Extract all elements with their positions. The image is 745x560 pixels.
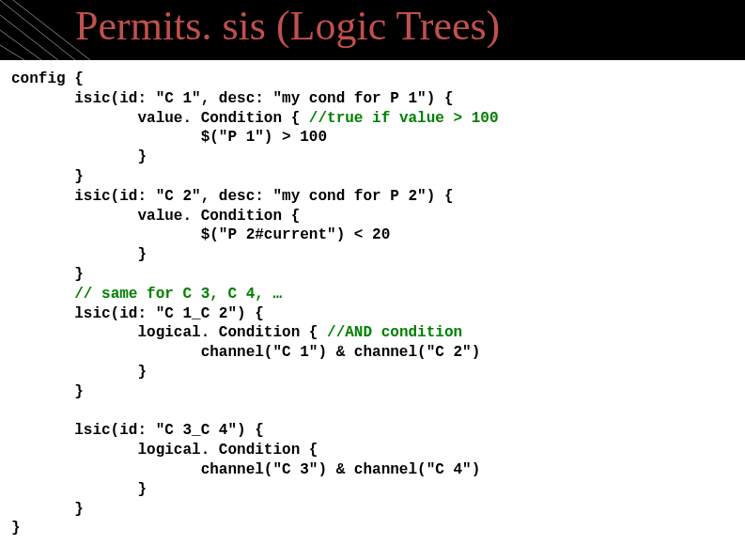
code-line: }: [11, 246, 147, 263]
code-line: config {: [11, 70, 84, 87]
code-line: logical. Condition {: [11, 324, 327, 341]
code-line: channel("C 3") & channel("C 4"): [11, 461, 480, 478]
svg-line-0: [0, 0, 75, 60]
code-line: }: [11, 383, 84, 400]
svg-line-1: [0, 15, 58, 60]
slide-title: Permits. sis (Logic Trees): [75, 2, 500, 50]
code-block: config { isic(id: "C 1", desc: "my cond …: [0, 60, 745, 548]
code-line: $("P 1") > 100: [11, 129, 327, 146]
code-line: }: [11, 168, 84, 185]
code-line: isic(id: "C 2", desc: "my cond for P 2")…: [11, 188, 453, 205]
code-line: }: [11, 520, 21, 537]
code-comment: //AND condition: [327, 324, 462, 341]
code-line: logical. Condition {: [11, 442, 318, 459]
code-line: lsic(id: "C 1_C 2") {: [11, 305, 264, 322]
code-line: }: [11, 364, 147, 381]
code-comment: //true if value > 100: [309, 110, 499, 127]
svg-line-2: [0, 30, 41, 60]
code-line: }: [11, 501, 84, 518]
code-line: lsic(id: "C 3_C 4") {: [11, 422, 264, 439]
code-line: [11, 286, 74, 303]
code-line: value. Condition {: [11, 208, 300, 225]
code-line: value. Condition {: [11, 110, 309, 127]
code-line: }: [11, 266, 84, 283]
slide-header: Permits. sis (Logic Trees): [0, 0, 745, 60]
code-line: }: [11, 481, 147, 498]
code-line: $("P 2#current") < 20: [11, 226, 390, 243]
code-line: }: [11, 148, 147, 165]
code-comment: // same for C 3, C 4, …: [74, 286, 282, 303]
code-line: isic(id: "C 1", desc: "my cond for P 1")…: [11, 90, 453, 107]
svg-line-3: [0, 45, 24, 60]
code-line: channel("C 1") & channel("C 2"): [11, 344, 480, 361]
